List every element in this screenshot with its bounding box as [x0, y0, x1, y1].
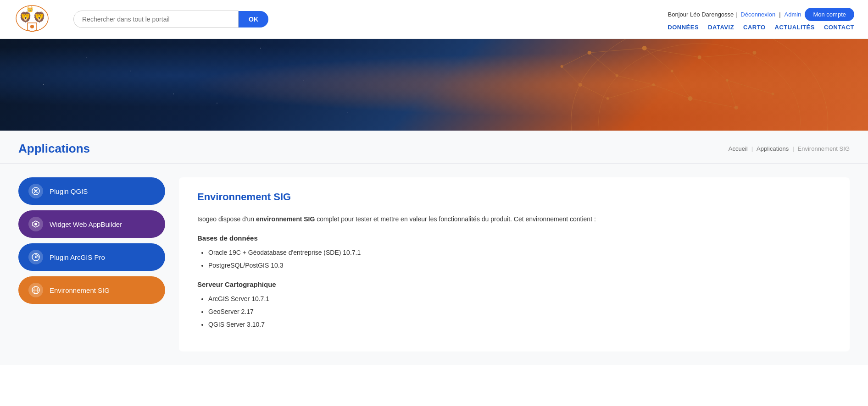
- list-item: Oracle 19C + Géodatabase d'entreprise (S…: [208, 247, 831, 258]
- sidebar: Plugin QGIS Widget Web AppBuilder Plu: [18, 177, 165, 351]
- svg-line-29: [727, 80, 773, 94]
- logo[interactable]: 🦁 🦁 👑: [14, 5, 55, 34]
- main-content: Plugin QGIS Widget Web AppBuilder Plu: [0, 164, 868, 365]
- sidebar-item-environnement-sig[interactable]: Environnement SIG: [18, 276, 165, 304]
- svg-point-20: [606, 97, 609, 100]
- bdd-list: Oracle 19C + Géodatabase d'entreprise (S…: [208, 247, 831, 271]
- svg-line-31: [690, 99, 736, 108]
- svg-line-36: [653, 85, 690, 99]
- content-body: Isogeo dispose d'un environnement SIG co…: [197, 214, 831, 330]
- search-button[interactable]: OK: [239, 11, 268, 27]
- svg-line-34: [580, 85, 607, 99]
- svg-point-11: [642, 46, 646, 50]
- svg-point-41: [35, 256, 37, 258]
- sidebar-label-widget-web-appbuilder: Widget Web AppBuilder: [50, 220, 122, 228]
- logout-link[interactable]: Déconnexion: [740, 11, 775, 18]
- admin-link[interactable]: Admin: [785, 11, 801, 18]
- page-header: Applications Accueil | Applications | En…: [0, 131, 868, 164]
- nav-actualites[interactable]: ACTUALITÉS: [775, 24, 815, 31]
- svg-point-12: [670, 70, 673, 72]
- carto-list: ArcGIS Server 10.7.1 GeoServer 2.17 QGIS…: [208, 294, 831, 330]
- svg-line-24: [644, 48, 699, 57]
- svg-text:🦁: 🦁: [19, 11, 32, 23]
- sig-icon: [28, 283, 43, 297]
- svg-point-6: [571, 39, 828, 131]
- svg-point-10: [615, 74, 618, 77]
- nav-contact[interactable]: CONTACT: [824, 24, 854, 31]
- svg-line-28: [699, 57, 727, 80]
- content-area: Environnement SIG Isogeo dispose d'un en…: [179, 177, 850, 351]
- svg-point-14: [725, 79, 728, 82]
- page-title: Applications: [18, 142, 90, 156]
- svg-line-30: [727, 80, 736, 108]
- intro-rest: complet pour tester et mettre en valeur …: [315, 215, 595, 223]
- svg-point-8: [560, 65, 563, 68]
- header-right: Bonjour Léo Darengosse | Déconnexion | A…: [668, 8, 854, 31]
- arcgis-icon: [28, 250, 43, 264]
- breadcrumb-applications[interactable]: Applications: [757, 145, 789, 152]
- sidebar-label-environnement-sig: Environnement SIG: [50, 286, 110, 294]
- svg-line-37: [607, 85, 653, 99]
- svg-point-18: [688, 96, 692, 101]
- main-header: 🦁 🦁 👑 OK Bonjour Léo Darengosse | Déconn…: [0, 0, 868, 39]
- main-nav: DONNÉES DATAVIZ CARTO ACTUALITÉS CONTACT: [668, 24, 854, 31]
- nav-carto[interactable]: CARTO: [743, 24, 765, 31]
- intro-paragraph: Isogeo dispose d'un environnement SIG co…: [197, 214, 831, 225]
- svg-point-16: [771, 93, 774, 95]
- appbuilder-icon: [28, 217, 43, 231]
- svg-point-19: [652, 83, 655, 86]
- breadcrumb-accueil[interactable]: Accueil: [729, 145, 748, 152]
- nav-donnees[interactable]: DONNÉES: [668, 24, 699, 31]
- section-heading-carto: Serveur Cartographique: [197, 279, 831, 291]
- svg-point-13: [697, 55, 701, 59]
- svg-text:👑: 👑: [27, 5, 33, 12]
- user-greeting: Bonjour Léo Darengosse |: [668, 11, 737, 18]
- svg-line-27: [672, 71, 690, 99]
- svg-line-22: [562, 53, 589, 66]
- mon-compte-button[interactable]: Mon compte: [805, 8, 854, 21]
- breadcrumb-current: Environnement SIG: [798, 145, 850, 152]
- svg-line-33: [589, 53, 617, 76]
- section-heading-bdd: Bases de données: [197, 232, 831, 244]
- svg-point-21: [578, 83, 582, 87]
- content-title: Environnement SIG: [197, 191, 831, 203]
- sidebar-item-plugin-arcgis-pro[interactable]: Plugin ArcGIS Pro: [18, 243, 165, 271]
- sidebar-item-widget-web-appbuilder[interactable]: Widget Web AppBuilder: [18, 210, 165, 238]
- svg-line-26: [644, 48, 672, 71]
- svg-line-32: [617, 76, 653, 85]
- sidebar-label-plugin-arcgis-pro: Plugin ArcGIS Pro: [50, 253, 105, 261]
- intro-text: Isogeo dispose d'un: [197, 215, 256, 223]
- sidebar-item-plugin-qgis[interactable]: Plugin QGIS: [18, 177, 165, 205]
- qgis-icon: [28, 184, 43, 198]
- search-input[interactable]: [73, 11, 239, 28]
- nav-dataviz[interactable]: DATAVIZ: [708, 24, 734, 31]
- list-item: PostgreSQL/PostGIS 10.3: [208, 260, 831, 271]
- svg-text:🦁: 🦁: [33, 11, 46, 23]
- svg-line-23: [589, 48, 644, 53]
- search-area: OK: [73, 11, 649, 28]
- svg-point-7: [598, 44, 800, 131]
- breadcrumb-sep-1: |: [751, 145, 753, 152]
- svg-line-35: [562, 66, 580, 85]
- svg-point-5: [30, 25, 34, 28]
- list-item: GeoServer 2.17: [208, 307, 831, 318]
- hero-banner: [0, 39, 868, 131]
- list-item: ArcGIS Server 10.7.1: [208, 294, 831, 305]
- sidebar-label-plugin-qgis: Plugin QGIS: [50, 187, 88, 195]
- svg-point-9: [587, 51, 591, 55]
- svg-line-25: [699, 53, 754, 57]
- svg-point-17: [734, 106, 738, 110]
- breadcrumb: Accueil | Applications | Environnement S…: [729, 145, 850, 152]
- list-item: QGIS Server 3.10.7: [208, 319, 831, 330]
- svg-point-39: [34, 223, 37, 225]
- svg-point-15: [752, 51, 756, 55]
- breadcrumb-sep-2: |: [792, 145, 794, 152]
- intro-highlight: environnement SIG: [256, 215, 315, 223]
